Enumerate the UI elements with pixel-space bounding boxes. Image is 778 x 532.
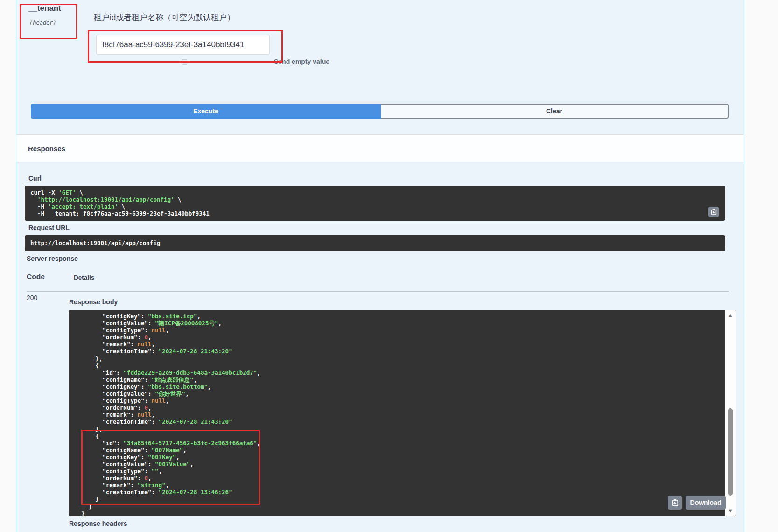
scroll-down-icon[interactable]: ▼ <box>725 508 736 514</box>
tenant-input[interactable] <box>96 35 270 55</box>
curl-command-block: curl -X 'GET' \ 'http://localhost:19001/… <box>25 186 725 221</box>
request-url-label: Request URL <box>28 224 70 231</box>
responses-header: Responses <box>16 134 744 162</box>
curl-label: Curl <box>28 175 42 182</box>
parameter-location: (header) <box>29 20 56 26</box>
table-divider <box>27 291 729 292</box>
send-empty-value-label: Send empty value <box>274 58 329 65</box>
server-response-label: Server response <box>27 255 78 262</box>
swagger-page: __tenant (header) 租户id或者租户名称（可空为默认租户） Se… <box>0 0 778 532</box>
parameter-description: 租户id或者租户名称（可空为默认租户） <box>94 12 235 23</box>
code-column-header: Code <box>27 273 45 281</box>
response-body-label: Response body <box>69 298 118 306</box>
request-url-block: http://localhost:19001/api/app/config <box>25 235 725 251</box>
response-copy-button[interactable] <box>668 496 682 510</box>
copy-icon <box>672 499 679 506</box>
execute-button[interactable]: Execute <box>31 104 381 119</box>
response-body-json: "configKey": "bbs.site.icp", "configValu… <box>74 313 720 516</box>
parameter-name: __tenant <box>28 4 61 13</box>
response-body-block: "configKey": "bbs.site.icp", "configValu… <box>69 310 736 516</box>
curl-command: curl -X 'GET' \ 'http://localhost:19001/… <box>30 189 711 217</box>
copy-icon <box>711 209 717 215</box>
download-button[interactable]: Download <box>686 496 726 510</box>
status-code: 200 <box>27 294 37 301</box>
clear-button[interactable]: Clear <box>381 104 729 119</box>
details-column-header: Details <box>74 274 94 281</box>
curl-copy-button[interactable] <box>708 207 719 217</box>
response-body-scrollbar[interactable]: ▲ ▼ <box>725 310 736 516</box>
scrollbar-thumb[interactable] <box>728 408 733 496</box>
scroll-up-icon[interactable]: ▲ <box>725 312 736 319</box>
responses-title: Responses <box>28 145 65 153</box>
get-operation-block: __tenant (header) 租户id或者租户名称（可空为默认租户） Se… <box>16 0 744 532</box>
response-headers-label: Response headers <box>69 520 127 527</box>
request-url-value: http://localhost:19001/api/app/config <box>30 239 711 246</box>
send-empty-value-checkbox[interactable] <box>182 59 187 65</box>
